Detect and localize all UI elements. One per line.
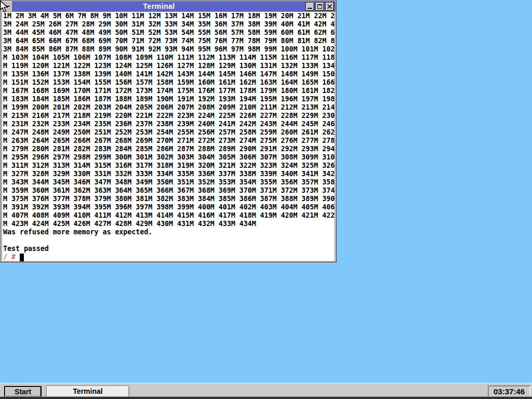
terminal-screen[interactable]: 1M 2M 3M 4M 5M 6M 7M 8M 9M 10M 11M 12M 1… bbox=[2, 11, 335, 262]
titlebar-buttons bbox=[305, 2, 336, 11]
minimize-button[interactable] bbox=[305, 2, 314, 11]
titlebar[interactable]: Terminal bbox=[1, 1, 336, 11]
terminal-prompt-line: / # bbox=[2, 253, 335, 261]
taskbar-item-terminal[interactable]: Terminal bbox=[46, 385, 129, 397]
mouse-pointer-icon bbox=[0, 1, 9, 15]
desktop: { "colors": { "desktop": "#80c8fa", "tit… bbox=[0, 0, 532, 399]
close-icon bbox=[327, 2, 332, 11]
maximize-button[interactable] bbox=[315, 2, 324, 11]
taskbar-clock: 03:37:46 bbox=[488, 385, 530, 397]
minimize-icon bbox=[308, 8, 312, 9]
close-button[interactable] bbox=[325, 2, 334, 11]
start-button[interactable]: Start bbox=[4, 386, 42, 397]
screen-bottom-edge bbox=[0, 397, 532, 399]
shell-prompt: / # bbox=[3, 253, 16, 261]
terminal-cursor bbox=[20, 254, 24, 261]
window-title: Terminal bbox=[12, 2, 305, 10]
maximize-icon bbox=[317, 4, 322, 9]
terminal-window: Terminal 1M 2M 3M 4M 5M 6M 7M 8M 9M 10M … bbox=[0, 0, 337, 262]
taskbar: Start Terminal 03:37:46 bbox=[0, 383, 532, 399]
terminal-output: 1M 2M 3M 4M 5M 6M 7M 8M 9M 10M 11M 12M 1… bbox=[2, 12, 335, 253]
titlebar-main: Terminal bbox=[12, 1, 336, 11]
